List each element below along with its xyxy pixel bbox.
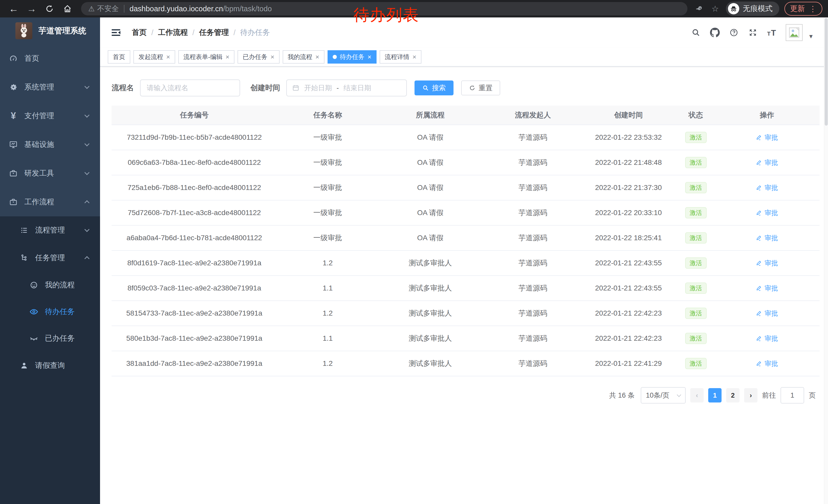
tab-label: 已办任务 — [243, 53, 267, 61]
browser-back-icon[interactable]: ← — [6, 2, 22, 16]
approve-button[interactable]: 审批 — [756, 234, 778, 242]
tab-label: 待办任务 — [340, 53, 365, 61]
tab-label: 首页 — [113, 53, 125, 61]
date-range-input[interactable]: 开始日期 - 结束日期 — [286, 80, 407, 96]
breadcrumb-home[interactable]: 首页 — [132, 28, 147, 38]
tree-icon — [19, 253, 29, 263]
close-icon[interactable]: × — [225, 54, 229, 60]
table-row: 8f059c03-7ac8-11ec-a9e2-a2380e71991a 1.1… — [112, 276, 820, 301]
app-logo-row[interactable]: 芋道管理系统 — [0, 17, 100, 44]
sidebar-item-task-management[interactable]: 任务管理 — [0, 244, 100, 272]
browser-menu-dots-icon[interactable]: ⋮ — [809, 4, 817, 13]
prev-page-button[interactable]: ‹ — [690, 388, 704, 403]
sidebar-item-label: 基础设施 — [25, 139, 54, 150]
sidebar-item-label: 工作流程 — [25, 197, 54, 207]
sidebar-item-todo-tasks[interactable]: 待办任务 — [0, 299, 100, 325]
status-badge: 激活 — [685, 358, 707, 369]
search-button[interactable]: 搜索 — [415, 81, 454, 95]
update-button[interactable]: 更新 ⋮ — [784, 2, 822, 16]
sidebar-item-done-tasks[interactable]: 已办任务 — [0, 325, 100, 352]
cell-process: 测试多审批人 — [378, 308, 482, 318]
sidebar-item-label: 流程管理 — [35, 225, 65, 235]
next-page-button[interactable]: › — [744, 388, 757, 403]
avatar-caret-icon[interactable]: ▾ — [809, 25, 813, 40]
scrollbar-thumb[interactable] — [825, 18, 828, 126]
page-button-1[interactable]: 1 — [708, 388, 721, 403]
table-row: 58154733-7ac8-11ec-a9e2-a2380e71991a 1.2… — [112, 301, 820, 326]
tab-my-process[interactable]: 我的流程 × — [283, 50, 325, 63]
eye-closed-icon — [29, 333, 39, 343]
tab-todo-tasks[interactable]: 待办任务 × — [328, 50, 377, 63]
approve-button[interactable]: 审批 — [756, 334, 778, 343]
approve-label: 审批 — [764, 133, 778, 142]
sidebar-collapse-icon[interactable] — [110, 27, 122, 38]
key-icon[interactable] — [693, 5, 704, 13]
tab-form-edit[interactable]: 流程表单-编辑 × — [178, 50, 235, 63]
github-icon[interactable] — [710, 28, 720, 38]
page-size-select[interactable]: 10条/页 — [641, 387, 686, 404]
col-header-status: 状态 — [673, 110, 718, 120]
close-icon[interactable]: × — [412, 54, 416, 60]
sidebar-item-process-management[interactable]: 流程管理 — [0, 216, 100, 244]
sidebar-item-leave-query[interactable]: 请假查询 — [0, 352, 100, 379]
tab-start-process[interactable]: 发起流程 × — [133, 50, 175, 63]
end-date-placeholder: 结束日期 — [343, 83, 371, 93]
approve-label: 审批 — [764, 183, 778, 192]
sidebar-item-label: 我的流程 — [45, 280, 75, 290]
close-icon[interactable]: × — [316, 54, 319, 60]
app-logo-avatar — [15, 22, 32, 39]
incognito-icon — [728, 3, 739, 14]
chevron-down-icon — [84, 84, 89, 89]
approve-label: 审批 — [764, 284, 778, 293]
approve-button[interactable]: 审批 — [756, 309, 778, 318]
chevron-down-icon — [677, 393, 681, 397]
breadcrumb-separator: / — [192, 29, 195, 37]
sidebar-item-workflow[interactable]: 工作流程 — [0, 188, 100, 216]
window-scrollbar[interactable] — [824, 17, 828, 504]
close-icon[interactable]: × — [271, 54, 274, 60]
browser-forward-icon[interactable]: → — [24, 2, 40, 16]
pagination: 共 16 条 10条/页 ‹ 1 2 › 前往 1 页 — [112, 387, 816, 404]
approve-button[interactable]: 审批 — [756, 284, 778, 293]
close-icon[interactable]: × — [166, 54, 170, 60]
reset-button[interactable]: 重置 — [461, 81, 500, 95]
cell-task-id: 8f059c03-7ac8-11ec-a9e2-a2380e71991a — [112, 284, 277, 292]
table-row: 8f0d1619-7ac8-11ec-a9e2-a2380e71991a 1.2… — [112, 251, 820, 276]
sidebar-item-home[interactable]: 首页 — [0, 44, 100, 73]
breadcrumb-workflow[interactable]: 工作流程 — [158, 28, 188, 38]
bookmark-star-icon[interactable]: ☆ — [709, 4, 721, 13]
avatar[interactable] — [786, 24, 802, 41]
approve-button[interactable]: 审批 — [756, 183, 778, 192]
sidebar-item-infrastructure[interactable]: 基础设施 — [0, 130, 100, 159]
cell-task-id: 73211d9d-7b9b-11ec-b5b7-acde48001122 — [112, 133, 277, 141]
browser-reload-icon[interactable] — [42, 2, 57, 16]
goto-page-input[interactable]: 1 — [781, 387, 804, 404]
approve-label: 审批 — [764, 334, 778, 343]
sidebar-item-my-process[interactable]: 我的流程 — [0, 272, 100, 299]
approve-label: 审批 — [764, 234, 778, 242]
approve-button[interactable]: 审批 — [756, 259, 778, 268]
page-button-2[interactable]: 2 — [726, 388, 740, 403]
close-icon[interactable]: × — [368, 54, 371, 60]
tab-home[interactable]: 首页 — [108, 50, 130, 63]
browser-home-icon[interactable] — [59, 2, 75, 16]
sidebar-item-devtools[interactable]: 研发工具 — [0, 159, 100, 188]
approve-button[interactable]: 审批 — [756, 209, 778, 217]
help-icon[interactable] — [729, 28, 739, 38]
tab-done-tasks[interactable]: 已办任务 × — [238, 50, 279, 63]
sidebar-item-payment[interactable]: ¥ 支付管理 — [0, 101, 100, 130]
font-size-icon[interactable]: T T — [767, 28, 777, 38]
fullscreen-icon[interactable] — [748, 28, 758, 38]
cell-starter: 芋道源码 — [482, 308, 584, 318]
page-content: 流程名 请输入流程名 创建时间 开始日期 - 结束日期 — [100, 67, 828, 404]
cell-task-name: 一级审批 — [277, 133, 378, 142]
breadcrumb-task-management[interactable]: 任务管理 — [199, 28, 229, 38]
cell-create-time: 2022-01-22 20:33:10 — [584, 209, 673, 217]
header-search-icon[interactable] — [691, 28, 701, 38]
process-name-input[interactable]: 请输入流程名 — [140, 80, 240, 96]
approve-button[interactable]: 审批 — [756, 359, 778, 368]
approve-button[interactable]: 审批 — [756, 158, 778, 167]
tab-process-detail[interactable]: 流程详情 × — [380, 50, 421, 63]
approve-button[interactable]: 审批 — [756, 133, 778, 142]
sidebar-item-system[interactable]: 系统管理 — [0, 73, 100, 101]
